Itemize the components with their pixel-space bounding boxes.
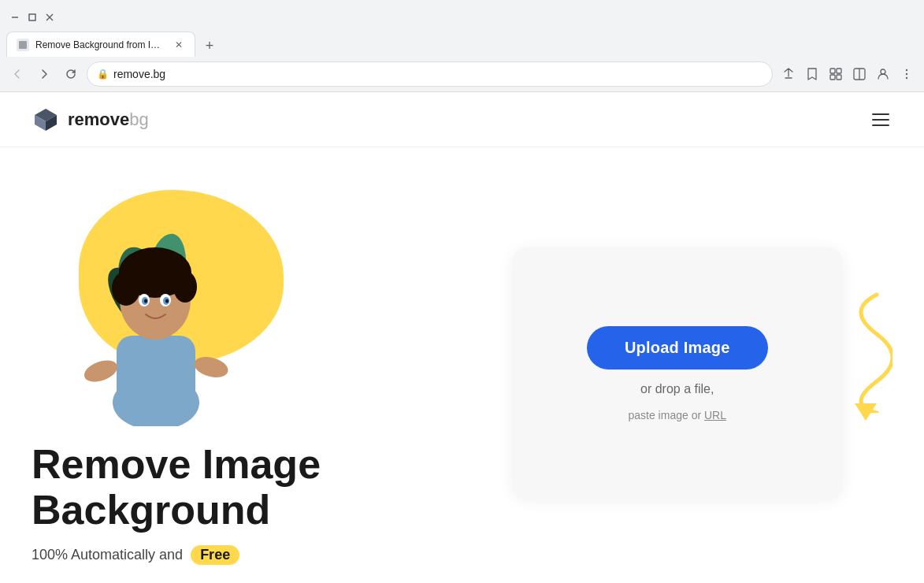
svg-rect-4	[19, 41, 27, 49]
upload-card: Upload Image or drop a file, paste image…	[512, 247, 843, 499]
svg-point-11	[881, 69, 885, 74]
hero-image	[32, 198, 284, 426]
minimize-button[interactable]	[9, 12, 20, 23]
reload-button[interactable]	[60, 63, 82, 85]
back-button[interactable]	[6, 63, 28, 85]
hero-right: Upload Image or drop a file, paste image…	[462, 247, 893, 499]
tab-close-button[interactable]: ✕	[173, 39, 185, 51]
hero-text: Remove Image Background 100% Automatical…	[32, 442, 462, 564]
tab-title-text: Remove Background from Image	[35, 39, 166, 50]
svg-rect-6	[837, 69, 841, 73]
svg-point-31	[173, 271, 197, 303]
upload-image-button[interactable]: Upload Image	[587, 326, 768, 369]
share-button[interactable]	[777, 63, 800, 85]
hamburger-line-1	[872, 113, 889, 115]
profile-button[interactable]	[872, 63, 894, 85]
svg-rect-5	[830, 69, 835, 73]
svg-point-12	[906, 69, 907, 71]
tab-favicon	[17, 39, 29, 51]
hero-left: Remove Image Background 100% Automatical…	[32, 182, 462, 564]
logo-text: removebg	[68, 110, 149, 130]
free-badge: Free	[191, 545, 239, 565]
svg-point-13	[906, 73, 907, 75]
svg-rect-24	[117, 336, 195, 407]
hero-subtitle: 100% Automatically and Free	[32, 545, 462, 565]
hamburger-menu[interactable]	[869, 110, 892, 129]
url-text: remove.bg	[113, 68, 763, 80]
new-tab-button[interactable]: +	[199, 35, 221, 57]
svg-rect-1	[29, 14, 35, 20]
drop-text: or drop a file,	[640, 382, 714, 396]
browser-chrome: Remove Background from Image ✕ + 🔒 remov…	[0, 0, 924, 92]
svg-point-26	[192, 354, 231, 381]
paste-text: paste image or URL	[628, 409, 726, 421]
address-bar-row: 🔒 remove.bg	[0, 57, 924, 91]
hamburger-line-2	[872, 119, 889, 121]
more-button[interactable]	[896, 63, 918, 85]
toolbar-icons	[777, 63, 918, 85]
hero-illustration	[32, 198, 284, 426]
hamburger-line-3	[872, 124, 889, 126]
subtitle-text: 100% Automatically and	[32, 547, 183, 563]
svg-point-39	[165, 299, 169, 303]
title-bar	[0, 0, 924, 28]
svg-point-14	[906, 77, 907, 79]
svg-rect-7	[830, 75, 835, 80]
hero-section: Remove Image Background 100% Automatical…	[0, 147, 924, 583]
address-bar[interactable]: 🔒 remove.bg	[87, 61, 773, 87]
bookmark-button[interactable]	[801, 63, 823, 85]
svg-point-33	[148, 254, 180, 276]
close-button[interactable]	[44, 12, 55, 23]
svg-point-25	[81, 357, 121, 387]
svg-rect-8	[837, 75, 841, 80]
lock-icon: 🔒	[97, 69, 109, 80]
forward-button[interactable]	[33, 63, 55, 85]
svg-point-38	[144, 299, 147, 303]
tab-bar: Remove Background from Image ✕ +	[0, 28, 924, 57]
triangle-decoration	[855, 403, 877, 421]
logo[interactable]: removebg	[32, 106, 149, 134]
extensions-button[interactable]	[825, 63, 847, 85]
active-tab[interactable]: Remove Background from Image ✕	[6, 32, 195, 57]
split-view-button[interactable]	[848, 63, 870, 85]
hero-title: Remove Image Background	[32, 442, 462, 532]
navbar: removebg	[0, 92, 924, 147]
logo-icon	[32, 106, 60, 134]
page-content: removebg	[0, 92, 924, 583]
url-link[interactable]: URL	[704, 409, 726, 421]
maximize-button[interactable]	[27, 12, 38, 23]
